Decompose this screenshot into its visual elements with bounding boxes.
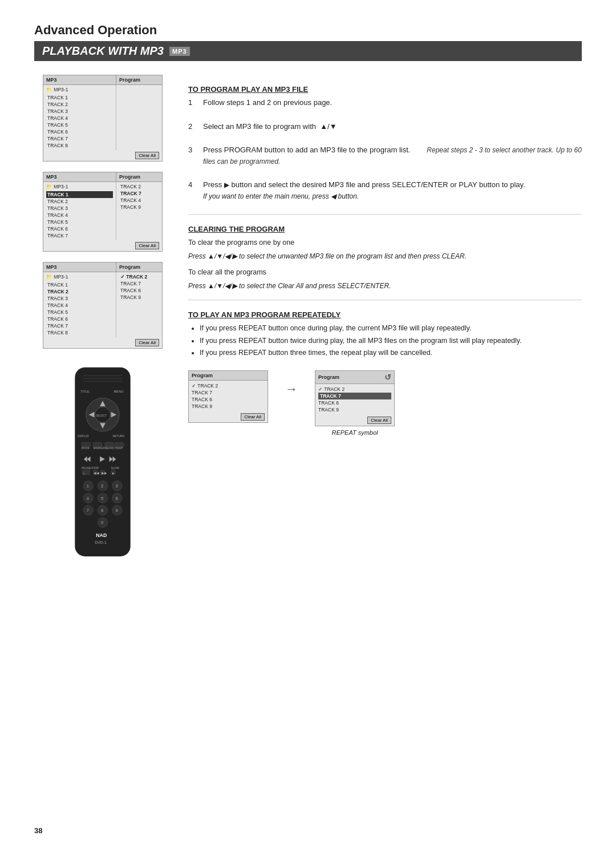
mp3-screen-3: MP3 Program 📁 MP3-1 TRACK 1 TRACK 2 TRAC… [43,262,163,349]
svg-text:BOOK: BOOK [82,447,90,450]
clear-all-btn-3[interactable]: Clear All [135,339,159,346]
clear-all-btn-2[interactable]: Clear All [135,242,159,249]
program-box-1-wrapper: Program TRACK 2 TRACK 7 TRACK 6 TRACK 9 … [188,370,268,423]
remote-control: TITLE MENU SELECT DISPLAY RETURN [46,365,160,570]
svg-text:▶: ▶ [112,472,115,475]
step-2-text: Select an MP3 file to program with ▲/▼ [203,121,582,132]
repeat-bullet-3: If you press REPEAT button three times, … [200,347,582,359]
mp3-col-label-3: MP3 [43,263,116,272]
mp3-folder-2: 📁 MP3-1 [46,183,113,190]
mp3-right-col-1 [116,85,162,150]
clear-one-text: Press ▲/▼/◀/▶ to select the unwanted MP3… [188,251,582,262]
divider-2 [188,300,582,300]
mp3-badge: MP3 [169,47,190,56]
prog-item-b2: TRACK 7 [318,393,391,399]
step-2: 2 Select an MP3 file to program with ▲/▼ [188,121,582,132]
clear-all-row-3: Clear All [43,337,162,348]
repeat-symbol-label: REPEAT symbol [315,429,395,436]
page-title: Advanced Operation [34,23,582,38]
svg-text:5: 5 [101,496,103,501]
prog-box-2-body: TRACK 2 TRACK 7 TRACK 6 TRACK 9 [315,384,394,415]
step-3-text: Press PROGRAM button to add an MP3 file … [203,144,582,167]
repeat-icon: ↺ [384,373,391,382]
svg-text:RETURN: RETURN [113,435,125,438]
play-arrow-icon: ▶ [224,181,229,189]
up-down-arrow: ▲/▼ [320,122,337,131]
repeat-bullet-2: If you press REPEAT button twice during … [200,335,582,347]
step-3-num: 3 [188,144,198,156]
svg-text:DISPLAY: DISPLAY [78,435,90,438]
clearing-heading: CLEARING THE PROGRAM [188,225,582,233]
page: { "title": "Advanced Operation", "sectio… [0,0,616,852]
mp3-folder: 📁 MP3-1 [46,86,113,93]
clear-all-title: To clear all the programs [188,266,582,278]
divider [188,214,582,215]
svg-text:||: || [83,472,84,475]
svg-text:NAD: NAD [96,532,107,538]
prog-item-b3: TRACK 6 [318,399,391,406]
svg-rect-0 [75,368,130,556]
right-column: TO PROGRAM PLAY AN MP3 FILE 1 Follow ste… [188,75,582,570]
mp3-left-col-3: 📁 MP3-1 TRACK 1 TRACK 2 TRACK 3 TRACK 4 … [43,272,116,337]
step-4-text: Press ▶ button and select the desired MP… [203,179,582,201]
program-box-1: Program TRACK 2 TRACK 7 TRACK 6 TRACK 9 … [188,370,268,423]
svg-text:0: 0 [101,520,104,525]
step-4-italic: If you want to enter the main menu, pres… [203,192,359,200]
svg-rect-17 [105,442,114,447]
mp3-screen-2: MP3 Program 📁 MP3-1 TRACK 1 TRACK 2 TRAC… [43,172,163,252]
svg-text:1: 1 [87,483,89,488]
step-4-num: 4 [188,179,198,191]
left-column: MP3 Program 📁 MP3-1 TRACK 1 TRACK 2 TRAC… [34,75,171,570]
svg-text:MARKER: MARKER [93,447,105,450]
section-title: PLAYBACK WITH MP3 [42,45,164,58]
prog-item-b4: TRACK 9 [318,406,391,413]
clear-all-row-1: Clear All [43,150,162,161]
prog-clear-btn-1[interactable]: Clear All [241,413,265,421]
step-1: 1 Follow steps 1 and 2 on previous page. [188,97,582,108]
clear-all-row-2: Clear All [43,240,162,251]
mp3-left-col-1: 📁 MP3-1 TRACK 1 TRACK 2 TRACK 3 TRACK 4 … [43,85,116,150]
step-2-num: 2 [188,121,198,132]
svg-text:◀◀: ◀◀ [94,471,99,475]
svg-text:PAUSE/STOP: PAUSE/STOP [82,467,99,470]
remote-svg: TITLE MENU SELECT DISPLAY RETURN [46,365,160,576]
section-header: PLAYBACK WITH MP3 MP3 [34,41,582,61]
mp3-col-label-2: MP3 [43,172,116,181]
mp3-col-label: MP3 [43,75,116,84]
repeatedly-heading: TO PLAY AN MP3 PROGRAM REPEATEDLY [188,310,582,319]
svg-text:SKIP: SKIP [116,447,123,450]
clear-all-text: Press ▲/▼/◀/▶ to select the Clear All an… [188,281,582,292]
prog-clear-btn-2[interactable]: Clear All [367,417,391,424]
program-boxes-area: Program TRACK 2 TRACK 7 TRACK 6 TRACK 9 … [188,370,582,436]
mp3-right-col-3: ✓ TRACK 2 TRACK 7 TRACK 6 TRACK 9 [116,272,162,337]
step-1-num: 1 [188,97,198,108]
prog-item-2: TRACK 7 [192,389,265,396]
prog-box-1-header: Program [189,371,268,381]
prog-item-b1: TRACK 2 [318,386,391,393]
mp3-screen-1: MP3 Program 📁 MP3-1 TRACK 1 TRACK 2 TRAC… [43,75,163,161]
svg-rect-16 [93,442,102,447]
content-area: MP3 Program 📁 MP3-1 TRACK 1 TRACK 2 TRAC… [34,75,582,570]
svg-text:2: 2 [101,483,103,488]
svg-rect-18 [115,442,124,447]
clear-all-btn-1[interactable]: Clear All [135,152,159,159]
svg-text:DVD-1: DVD-1 [95,540,107,544]
step-1-text: Follow steps 1 and 2 on previous page. [203,97,582,108]
svg-text:4: 4 [87,496,90,501]
svg-text:SEARCH: SEARCH [105,447,117,450]
svg-text:SELECT: SELECT [96,414,107,417]
svg-text:SLOW: SLOW [111,467,120,470]
prog-box-1-body: TRACK 2 TRACK 7 TRACK 6 TRACK 9 [189,381,268,411]
repeat-bullets: If you press REPEAT button once during p… [200,322,582,359]
mp3-left-col-2: 📁 MP3-1 TRACK 1 TRACK 2 TRACK 3 TRACK 4 … [43,182,116,240]
program-col-label: Program [116,75,162,84]
svg-text:MENU: MENU [114,390,123,393]
mp3-right-col-2: TRACK 2 TRACK 7 TRACK 4 TRACK 9 [116,182,162,240]
svg-text:9: 9 [115,508,117,513]
program-box-2: Program ↺ TRACK 2 TRACK 7 TRACK 6 TRACK … [315,370,395,426]
program-col-label-3: Program [116,263,162,272]
prog-box-2-header: Program ↺ [315,371,394,384]
prog-item-3: TRACK 6 [192,396,265,403]
svg-text:7: 7 [87,508,89,513]
prog-clear-row-1: Clear All [189,411,268,422]
